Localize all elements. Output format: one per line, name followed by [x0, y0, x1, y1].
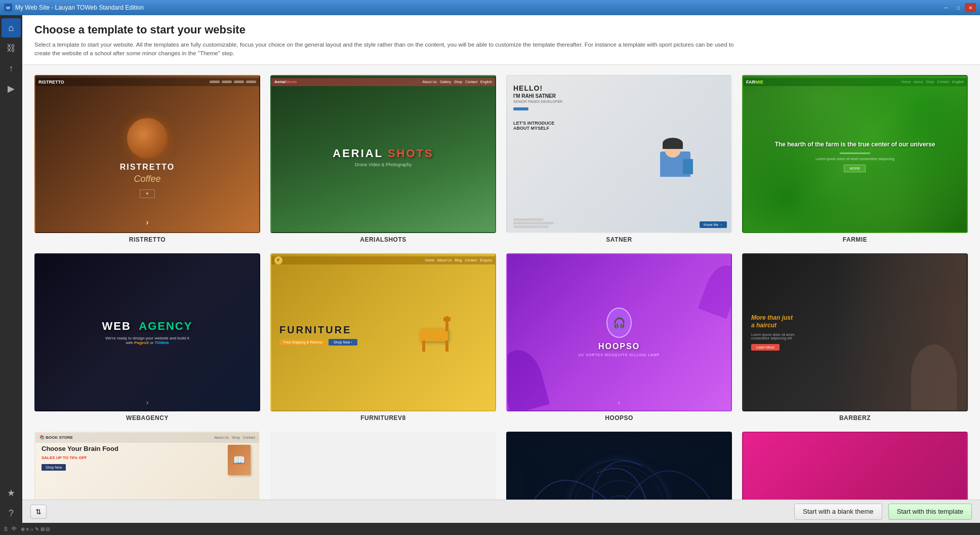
template-thumb-satner[interactable]: HELLO! I'M RAHI SATNER SENIOR PAGES DEVE… — [506, 75, 732, 233]
template-thumb-barberz[interactable]: More than justa haircut Lorem ipsum dolo… — [742, 253, 968, 411]
status-lang: 中 — [12, 525, 17, 532]
template-label-furniturev8: FURNITUREV8 — [270, 414, 496, 422]
template-label-satner: SATNER — [506, 236, 732, 243]
page-header: Choose a template to start your website … — [22, 15, 980, 65]
template-grid: RISTRETTO RISTRETTO Coffee ▼ — [34, 75, 968, 500]
template-thumb-aerialshots[interactable]: AerialShots About Us Gallery Shop Contac… — [270, 75, 496, 233]
nav-dot — [210, 81, 220, 83]
app-icon: W — [4, 4, 12, 12]
bottom-bar: ⇅ Start with a blank theme Start with th… — [22, 500, 980, 523]
template-thumb-bookstore[interactable]: 📚 BOOK STORE About Us Shop Contact Choos… — [34, 432, 260, 500]
blank-theme-button[interactable]: Start with a blank theme — [794, 504, 882, 520]
nav-dot — [246, 81, 256, 83]
template-thumb-farmie[interactable]: FARMIE Home About Shop Contact English T… — [742, 75, 968, 233]
template-item-barberz[interactable]: More than justa haircut Lorem ipsum dolo… — [742, 253, 968, 422]
template-thumb-darkswirl[interactable] — [506, 432, 732, 500]
template-label-webagency: WEBAGENCY — [34, 414, 260, 422]
template-label-farmie: FARMIE — [742, 236, 968, 243]
template-thumb-ristretto[interactable]: RISTRETTO RISTRETTO Coffee ▼ — [34, 75, 260, 233]
status-bar: S 中 ⊕ ≡ ⌂ ✎ ⊞ ⊟ — [0, 523, 980, 535]
template-label-barberz: BARBERZ — [742, 414, 968, 422]
template-item-farmie[interactable]: FARMIE Home About Shop Contact English T… — [742, 75, 968, 243]
window-controls: ─ □ ✕ — [941, 3, 976, 12]
sidebar-item-link[interactable]: ⛓ — [2, 39, 21, 58]
content-area: Choose a template to start your website … — [22, 15, 980, 523]
template-item-satner[interactable]: HELLO! I'M RAHI SATNER SENIOR PAGES DEVE… — [506, 75, 732, 243]
page-title: Choose a template to start your website — [34, 23, 968, 36]
nav-dot — [234, 81, 244, 83]
template-item-webagency[interactable]: WEB AGENCY We're ready to design your we… — [34, 253, 260, 422]
template-item-empty[interactable]: ⋯ — [270, 432, 496, 500]
sidebar-item-upload[interactable]: ↑ — [2, 59, 21, 78]
svg-text:W: W — [6, 6, 10, 10]
template-label-ristretto: RISTRETTO — [34, 236, 260, 243]
sidebar-item-star[interactable]: ★ — [2, 483, 21, 503]
window-title: My Web Site - Lauyan TOWeb Standard Edit… — [15, 4, 937, 11]
sort-button[interactable]: ⇅ — [30, 505, 47, 519]
template-thumb-empty[interactable]: ⋯ — [270, 432, 496, 500]
start-template-button[interactable]: Start with this template — [888, 504, 972, 520]
template-label-hoopso: HOOPSO — [506, 414, 732, 422]
ristretto-title: RISTRETTO — [120, 163, 175, 172]
close-button[interactable]: ✕ — [965, 3, 976, 12]
minimize-button[interactable]: ─ — [941, 3, 952, 12]
title-bar: W My Web Site - Lauyan TOWeb Standard Ed… — [0, 0, 980, 15]
sidebar-item-play[interactable]: ▶ — [2, 79, 21, 98]
status-icons: ⊕ ≡ ⌂ ✎ ⊞ ⊟ — [21, 526, 50, 532]
template-thumb-gourhet[interactable]: Eat, Drinks, at GOURHET — [742, 432, 968, 500]
sidebar-item-home[interactable]: ⌂ — [2, 18, 21, 37]
template-item-bookstore[interactable]: 📚 BOOK STORE About Us Shop Contact Choos… — [34, 432, 260, 500]
sidebar-item-help[interactable]: ? — [2, 504, 21, 523]
ristretto-subtitle: Coffee — [134, 174, 160, 184]
template-item-hoopso[interactable]: 🎧 HOOPSO UV VORTEX MOSQUITO KILLING LAMP… — [506, 253, 732, 422]
maximize-button[interactable]: □ — [953, 3, 964, 12]
template-label-aerialshots: AERIALSHOTS — [270, 236, 496, 243]
template-item-darkswirl[interactable] — [506, 432, 732, 500]
template-item-gourhet[interactable]: Eat, Drinks, at GOURHET GOURHET — [742, 432, 968, 500]
template-thumb-hoopso[interactable]: 🎧 HOOPSO UV VORTEX MOSQUITO KILLING LAMP… — [506, 253, 732, 411]
template-nav-bar: RISTRETTO — [35, 78, 259, 86]
status-text: S — [4, 526, 8, 532]
template-item-aerialshots[interactable]: AerialShots About Us Gallery Shop Contac… — [270, 75, 496, 243]
template-item-furniturev8[interactable]: F Home About Us Blog Contact Enquiry FUR… — [270, 253, 496, 422]
nav-dot — [222, 81, 232, 83]
page-description: Select a template to start your website.… — [34, 41, 743, 58]
app-body: ⌂ ⛓ ↑ ▶ ★ ? Choose a template to start y… — [0, 15, 980, 523]
template-scroll-area[interactable]: RISTRETTO RISTRETTO Coffee ▼ — [22, 65, 980, 500]
template-thumb-furniturev8[interactable]: F Home About Us Blog Contact Enquiry FUR… — [270, 253, 496, 411]
template-thumb-webagency[interactable]: WEB AGENCY We're ready to design your we… — [34, 253, 260, 411]
sidebar: ⌂ ⛓ ↑ ▶ ★ ? — [0, 15, 22, 523]
scroll-arrow: › — [146, 218, 148, 227]
template-item-ristretto[interactable]: RISTRETTO RISTRETTO Coffee ▼ — [34, 75, 260, 243]
